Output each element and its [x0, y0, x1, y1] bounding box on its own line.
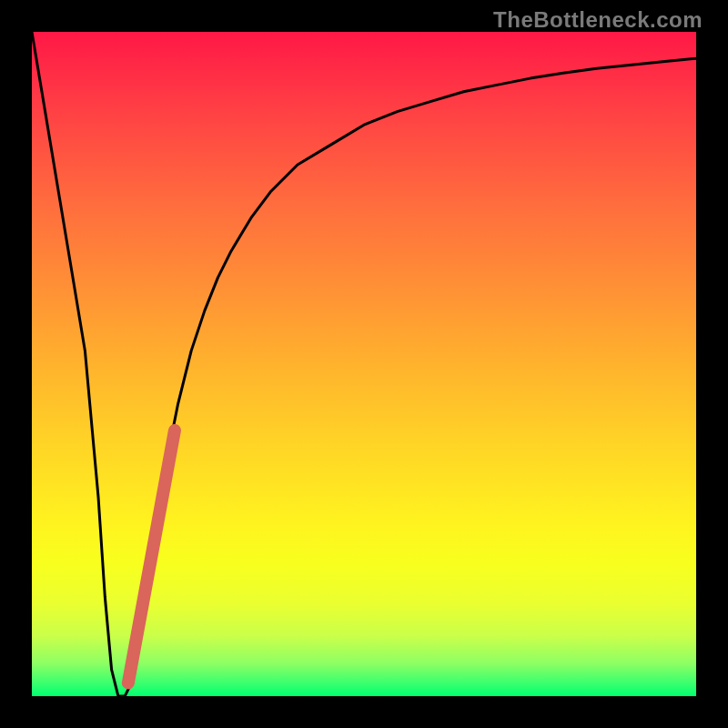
chart-frame: TheBottleneck.com: [0, 0, 728, 728]
bottleneck-curve-path: [32, 32, 696, 696]
highlight-segment-path: [128, 430, 175, 682]
curve-svg: [32, 32, 696, 696]
watermark-text: TheBottleneck.com: [493, 7, 703, 33]
